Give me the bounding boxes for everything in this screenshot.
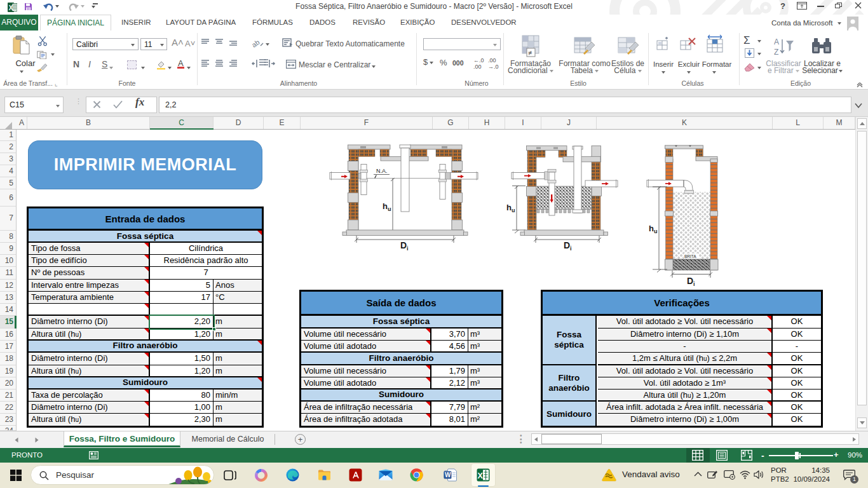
svg-text:ab: ab [251, 38, 261, 48]
svg-text:u: u [388, 206, 391, 212]
svg-text:Z: Z [774, 48, 778, 57]
svg-text:BRITA: BRITA [684, 254, 696, 259]
svg-text:i: i [693, 281, 695, 287]
svg-text:u: u [654, 228, 658, 234]
svg-text:h: h [506, 203, 512, 212]
svg-text:A: A [774, 37, 779, 46]
svg-text:D: D [400, 240, 407, 250]
svg-text:h: h [383, 201, 388, 211]
svg-text:W: W [445, 471, 451, 478]
svg-text:i: i [570, 245, 572, 252]
svg-text:N.A.: N.A. [376, 168, 388, 174]
svg-text:X: X [478, 471, 484, 480]
svg-text:D: D [564, 240, 570, 250]
svg-text:h: h [649, 224, 654, 233]
svg-text:i: i [407, 245, 409, 252]
svg-text:u: u [512, 207, 515, 214]
svg-text:D: D [687, 276, 693, 286]
svg-text:≠: ≠ [528, 49, 532, 57]
